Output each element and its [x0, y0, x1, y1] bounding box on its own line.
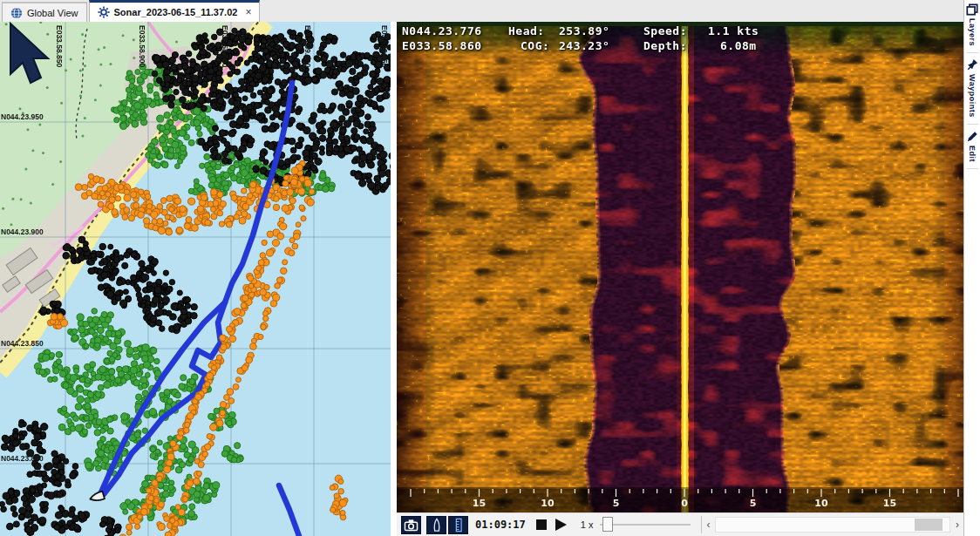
sidebar-tab-label: Layers: [968, 18, 977, 46]
tab-close-icon[interactable]: ×: [245, 6, 251, 18]
sidebar-tab-layers[interactable]: Layers: [966, 0, 978, 46]
slider-track: [600, 524, 691, 526]
tab-label: Sonar_2023-06-15_11.37.02: [114, 7, 238, 17]
sidebar-tab-edit[interactable]: Edit: [966, 126, 978, 162]
snapshot-camera-button[interactable]: [401, 516, 421, 534]
map-contacts-canvas[interactable]: [0, 22, 391, 536]
layers-icon: [966, 3, 978, 16]
range-ruler-toggle-button[interactable]: [448, 516, 468, 534]
sonar-waterfall-canvas[interactable]: [397, 22, 963, 512]
tab-sonar[interactable]: Sonar_2023-06-15_11.37.02 ×: [89, 0, 261, 22]
sidebar-separator: [967, 168, 978, 169]
playback-time: 01:09:17: [475, 519, 526, 531]
boat-icon: [430, 518, 444, 533]
playback-speed-slider[interactable]: [598, 516, 692, 533]
stop-button[interactable]: [536, 519, 547, 530]
scroll-right-arrow[interactable]: ›: [951, 519, 963, 531]
ruler-icon: [452, 518, 466, 533]
globe-icon: [10, 7, 23, 19]
slider-thumb[interactable]: [602, 517, 613, 532]
vessel-marker-toggle-button[interactable]: [426, 516, 446, 534]
sonar-toolbar: 01:09:17 1 x ‹ ›: [397, 512, 963, 536]
scroll-left-arrow[interactable]: ‹: [702, 519, 714, 531]
gear-icon: [98, 6, 110, 18]
tab-bar: Global View Sonar_2023-06-15_11.37.02 ×: [0, 0, 963, 23]
play-button[interactable]: [555, 519, 567, 531]
scrollbar-thumb[interactable]: [915, 519, 943, 531]
sidebar-tab-label: Waypoints: [968, 74, 977, 118]
sidebar-separator: [967, 52, 978, 53]
tab-label: Global View: [27, 8, 78, 18]
waypoint-pin-icon: [966, 58, 978, 71]
panel-splitter[interactable]: [391, 22, 397, 536]
cursor-arrow-icon: [0, 22, 52, 90]
application-window: Global View Sonar_2023-06-15_11.37.02 ×: [0, 0, 980, 536]
playback-rate-label: 1 x: [581, 519, 594, 530]
tab-global-view[interactable]: Global View: [2, 2, 87, 22]
camera-icon: [404, 519, 419, 532]
sidebar-separator: [967, 124, 978, 125]
horizontal-scrollbar[interactable]: [715, 517, 950, 533]
right-sidebar: Layers Waypoints Edit: [963, 0, 980, 536]
sidebar-tab-waypoints[interactable]: Waypoints: [966, 55, 978, 118]
sidebar-tab-label: Edit: [968, 146, 977, 162]
edit-pencil-icon: [966, 130, 978, 143]
map-panel[interactable]: E033.58.850E033.58.900E033.58.950E033.59…: [0, 22, 391, 536]
sonar-panel[interactable]: N044.23.776 Head: 253.89° Speed: 1.1 kts…: [397, 22, 963, 512]
